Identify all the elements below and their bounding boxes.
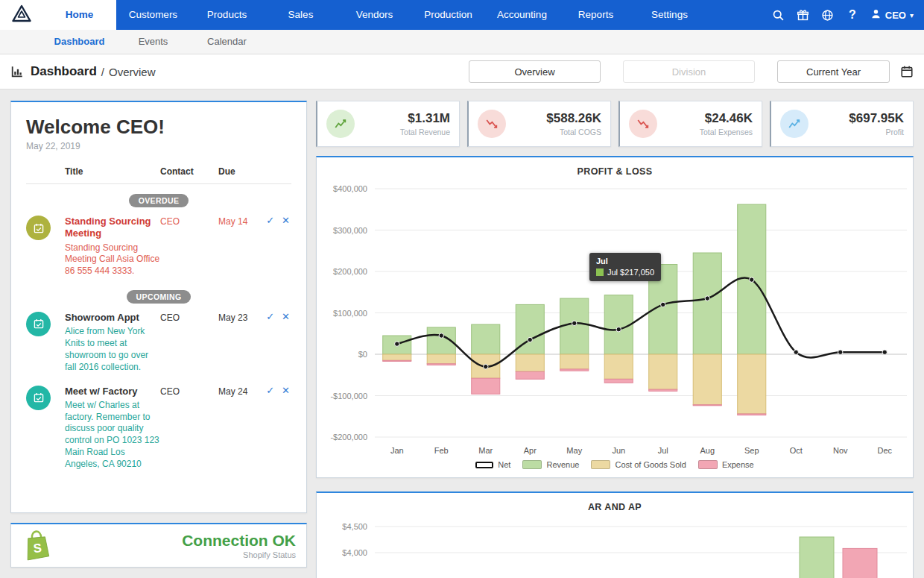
expense-bar-May[interactable]: [560, 369, 589, 371]
content-area: Welcome CEO! May 22, 2019 Title Contact …: [0, 90, 924, 578]
calendar-check-icon: [26, 386, 51, 410]
svg-text:-$200,000: -$200,000: [330, 433, 367, 442]
net-point-Jun[interactable]: [616, 327, 621, 332]
kpi-value: $24.46K: [700, 111, 753, 126]
dismiss-event-button[interactable]: ✕: [282, 216, 290, 225]
ar-bar[interactable]: [800, 537, 834, 578]
expense-bar-Feb[interactable]: [427, 364, 455, 365]
events-list: OVERDUEStanding Sourcing MeetingStanding…: [26, 193, 291, 471]
net-point-Dec[interactable]: [882, 350, 887, 354]
legend-item-cost-of-goods-sold[interactable]: Cost of Goods Sold: [591, 460, 686, 469]
complete-event-button[interactable]: ✓: [266, 312, 274, 321]
svg-text:$4,500: $4,500: [342, 522, 367, 531]
subnav-item-dashboard[interactable]: Dashboard: [42, 30, 116, 54]
revenue-bar-Mar[interactable]: [472, 324, 500, 354]
expense-bar-Aug[interactable]: [693, 405, 721, 406]
calendar-button[interactable]: [900, 65, 914, 78]
dismiss-event-button[interactable]: ✕: [282, 386, 290, 395]
net-point-Oct[interactable]: [794, 350, 798, 354]
division-button: Division: [623, 60, 755, 83]
complete-event-button[interactable]: ✓: [266, 386, 274, 395]
column-header-title: Title: [65, 166, 160, 177]
kpi-value: $697.95K: [849, 111, 904, 126]
net-point-Sep[interactable]: [750, 277, 754, 282]
current-year-button[interactable]: Current Year: [777, 60, 890, 83]
expense-bar-Jan[interactable]: [383, 360, 411, 361]
nav-item-customers[interactable]: Customers: [116, 0, 190, 30]
net-point-May[interactable]: [572, 321, 577, 325]
complete-event-button[interactable]: ✓: [266, 216, 274, 225]
cogs-bar-May[interactable]: [560, 354, 589, 369]
tooltip-value: Jul $217,050: [607, 268, 654, 277]
event-description: Alice from New York Knits to meet at sho…: [65, 326, 160, 373]
cogs-bar-Aug[interactable]: [693, 354, 721, 405]
svg-text:$4,000: $4,000: [342, 548, 367, 557]
gift-icon[interactable]: [797, 8, 810, 22]
svg-text:$400,000: $400,000: [333, 184, 367, 193]
nav-item-accounting[interactable]: Accounting: [485, 0, 559, 30]
app-logo[interactable]: [0, 0, 42, 30]
globe-icon[interactable]: [821, 8, 835, 22]
search-icon[interactable]: [772, 8, 785, 22]
ar-ap-title: AR AND AP: [317, 502, 913, 512]
subnav-item-calendar[interactable]: Calendar: [190, 30, 264, 54]
cogs-bar-Apr[interactable]: [516, 354, 544, 371]
nav-item-products[interactable]: Products: [190, 0, 264, 30]
nav-item-vendors[interactable]: Vendors: [338, 0, 411, 30]
dismiss-event-button[interactable]: ✕: [282, 312, 290, 321]
page-title: Dashboard: [31, 64, 97, 79]
svg-text:Nov: Nov: [833, 446, 848, 455]
net-point-Jul[interactable]: [661, 302, 665, 307]
svg-text:Aug: Aug: [700, 446, 715, 455]
page-subtitle: Overview: [109, 66, 156, 78]
cogs-bar-Jan[interactable]: [383, 354, 411, 360]
cogs-bar-Sep[interactable]: [738, 354, 766, 414]
cogs-bar-Feb[interactable]: [427, 354, 455, 364]
profit-loss-chart[interactable]: $400,000$300,000$200,000$100,000$0-$100,…: [317, 180, 913, 459]
expense-bar-Sep[interactable]: [738, 414, 766, 415]
net-point-Apr[interactable]: [528, 337, 532, 342]
trend-chart-icon: [326, 110, 355, 138]
net-point-Mar[interactable]: [484, 364, 488, 368]
net-line[interactable]: [397, 277, 885, 366]
cogs-bar-Jun[interactable]: [604, 354, 633, 379]
kpi-row: $1.31MTotal Revenue$588.26KTotal COGS$24…: [316, 101, 914, 147]
kpi-card-total-cogs: $588.26KTotal COGS: [467, 101, 611, 147]
help-icon[interactable]: ?: [846, 8, 859, 22]
shopify-status-text: Connection OK: [182, 532, 296, 549]
expense-bar-Mar[interactable]: [472, 378, 500, 394]
nav-item-settings[interactable]: Settings: [633, 0, 706, 30]
expense-bar-Apr[interactable]: [516, 371, 544, 379]
expense-bar-Jun[interactable]: [604, 379, 633, 383]
net-point-Nov[interactable]: [838, 350, 843, 354]
legend-item-revenue[interactable]: Revenue: [522, 460, 579, 469]
nav-item-sales[interactable]: Sales: [264, 0, 338, 30]
expense-bar-Jul[interactable]: [649, 389, 677, 391]
user-menu[interactable]: CEO ▾: [870, 8, 914, 22]
svg-text:Sep: Sep: [744, 446, 759, 455]
revenue-bar-May[interactable]: [560, 298, 589, 354]
shopify-status-label: Shopify Status: [182, 550, 296, 559]
chevron-down-icon: ▾: [910, 11, 914, 19]
ar-ap-chart[interactable]: $4,500$4,000: [317, 515, 913, 578]
event-row: Showroom ApptAlice from New York Knits t…: [26, 312, 291, 374]
legend-item-net[interactable]: Net: [475, 460, 510, 469]
legend-item-expense[interactable]: Expense: [698, 460, 754, 469]
kpi-card-total-expenses: $24.46KTotal Expenses: [618, 101, 762, 147]
cogs-bar-Jul[interactable]: [649, 354, 677, 389]
event-title: Meet w/ Factory: [65, 386, 160, 398]
revenue-bar-Aug[interactable]: [693, 253, 721, 354]
ar-ap-card: AR AND AP $4,500$4,000: [316, 491, 914, 578]
top-nav: HomeCustomersProductsSalesVendorsProduct…: [0, 0, 924, 30]
nav-item-home[interactable]: Home: [42, 0, 116, 30]
net-point-Jan[interactable]: [395, 342, 399, 346]
nav-item-reports[interactable]: Reports: [559, 0, 633, 30]
tooltip-swatch: [596, 268, 604, 276]
net-point-Feb[interactable]: [439, 333, 443, 338]
subnav-item-events[interactable]: Events: [116, 30, 190, 54]
section-badge: OVERDUE: [129, 194, 189, 207]
nav-item-production[interactable]: Production: [411, 0, 485, 30]
net-point-Aug[interactable]: [705, 296, 709, 301]
overview-button[interactable]: Overview: [469, 60, 601, 83]
ap-bar[interactable]: [843, 548, 877, 578]
